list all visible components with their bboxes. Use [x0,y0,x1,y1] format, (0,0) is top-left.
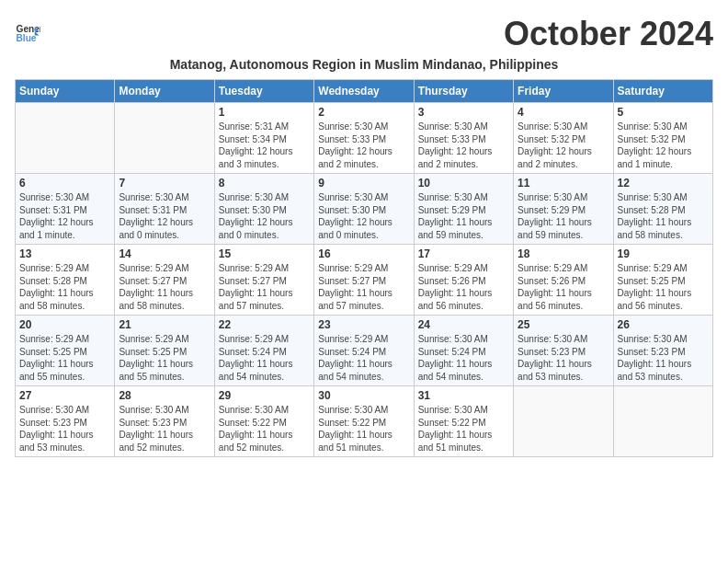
calendar-cell: 13Sunrise: 5:29 AM Sunset: 5:28 PM Dayli… [16,245,115,316]
day-number: 3 [418,106,509,119]
svg-text:Blue: Blue [17,33,37,43]
day-number: 11 [518,177,609,190]
day-content: Sunrise: 5:30 AM Sunset: 5:32 PM Dayligh… [618,121,709,170]
day-number: 13 [19,247,110,260]
subtitle: Matanog, Autonomous Region in Muslim Min… [15,57,713,72]
calendar-cell: 14Sunrise: 5:29 AM Sunset: 5:27 PM Dayli… [115,245,214,316]
day-content: Sunrise: 5:29 AM Sunset: 5:27 PM Dayligh… [119,262,210,312]
logo: General Blue [15,21,40,47]
day-number: 29 [219,389,310,402]
day-content: Sunrise: 5:29 AM Sunset: 5:24 PM Dayligh… [318,333,409,383]
day-number: 21 [119,318,210,331]
calendar-cell: 26Sunrise: 5:30 AM Sunset: 5:23 PM Dayli… [613,316,712,386]
day-content: Sunrise: 5:30 AM Sunset: 5:33 PM Dayligh… [418,121,509,170]
calendar-cell: 28Sunrise: 5:30 AM Sunset: 5:23 PM Dayli… [115,386,214,457]
calendar-week-row: 20Sunrise: 5:29 AM Sunset: 5:25 PM Dayli… [16,316,713,386]
day-content: Sunrise: 5:30 AM Sunset: 5:29 PM Dayligh… [518,191,609,241]
day-content: Sunrise: 5:30 AM Sunset: 5:28 PM Dayligh… [618,191,709,241]
day-header-saturday: Saturday [613,80,712,103]
calendar-cell: 23Sunrise: 5:29 AM Sunset: 5:24 PM Dayli… [314,316,414,386]
day-number: 18 [518,247,609,260]
day-content: Sunrise: 5:29 AM Sunset: 5:24 PM Dayligh… [219,333,310,383]
day-content: Sunrise: 5:30 AM Sunset: 5:32 PM Dayligh… [518,121,609,170]
day-content: Sunrise: 5:30 AM Sunset: 5:22 PM Dayligh… [219,404,310,454]
calendar-header-row: SundayMondayTuesdayWednesdayThursdayFrid… [16,80,713,103]
day-number: 14 [119,247,210,260]
calendar-week-row: 1Sunrise: 5:31 AM Sunset: 5:34 PM Daylig… [16,103,713,174]
day-content: Sunrise: 5:30 AM Sunset: 5:33 PM Dayligh… [318,121,409,170]
day-content: Sunrise: 5:30 AM Sunset: 5:31 PM Dayligh… [119,191,210,241]
calendar-cell: 10Sunrise: 5:30 AM Sunset: 5:29 PM Dayli… [414,174,513,245]
calendar-cell [613,386,712,457]
day-number: 23 [318,318,409,331]
day-content: Sunrise: 5:30 AM Sunset: 5:22 PM Dayligh… [418,404,509,454]
day-content: Sunrise: 5:30 AM Sunset: 5:23 PM Dayligh… [119,404,210,454]
day-number: 30 [318,389,409,402]
calendar-cell: 1Sunrise: 5:31 AM Sunset: 5:34 PM Daylig… [214,103,313,174]
day-header-wednesday: Wednesday [314,80,414,103]
day-header-friday: Friday [514,80,613,103]
day-number: 1 [219,106,310,119]
calendar-cell: 22Sunrise: 5:29 AM Sunset: 5:24 PM Dayli… [214,316,313,386]
calendar-cell: 29Sunrise: 5:30 AM Sunset: 5:22 PM Dayli… [214,386,313,457]
calendar-cell: 7Sunrise: 5:30 AM Sunset: 5:31 PM Daylig… [115,174,214,245]
day-content: Sunrise: 5:30 AM Sunset: 5:31 PM Dayligh… [19,191,110,241]
calendar-cell: 12Sunrise: 5:30 AM Sunset: 5:28 PM Dayli… [613,174,712,245]
day-number: 4 [518,106,609,119]
calendar-cell: 9Sunrise: 5:30 AM Sunset: 5:30 PM Daylig… [314,174,414,245]
day-content: Sunrise: 5:29 AM Sunset: 5:26 PM Dayligh… [418,262,509,312]
calendar-cell: 19Sunrise: 5:29 AM Sunset: 5:25 PM Dayli… [613,245,712,316]
day-header-monday: Monday [115,80,214,103]
calendar-cell: 25Sunrise: 5:30 AM Sunset: 5:23 PM Dayli… [514,316,613,386]
day-content: Sunrise: 5:30 AM Sunset: 5:23 PM Dayligh… [19,404,110,454]
day-number: 8 [219,177,310,190]
calendar-cell: 15Sunrise: 5:29 AM Sunset: 5:27 PM Dayli… [214,245,313,316]
calendar-cell [514,386,613,457]
day-number: 15 [219,247,310,260]
calendar-cell: 3Sunrise: 5:30 AM Sunset: 5:33 PM Daylig… [414,103,513,174]
day-number: 6 [19,177,110,190]
calendar-cell: 5Sunrise: 5:30 AM Sunset: 5:32 PM Daylig… [613,103,712,174]
calendar-cell: 21Sunrise: 5:29 AM Sunset: 5:25 PM Dayli… [115,316,214,386]
calendar-cell: 16Sunrise: 5:29 AM Sunset: 5:27 PM Dayli… [314,245,414,316]
day-header-thursday: Thursday [414,80,513,103]
day-number: 7 [119,177,210,190]
day-number: 9 [318,177,409,190]
day-content: Sunrise: 5:29 AM Sunset: 5:25 PM Dayligh… [119,333,210,383]
logo-icon: General Blue [15,21,40,47]
page-header: General Blue October 2024 [15,15,713,53]
day-number: 10 [418,177,509,190]
calendar-table: SundayMondayTuesdayWednesdayThursdayFrid… [15,79,713,457]
calendar-cell: 31Sunrise: 5:30 AM Sunset: 5:22 PM Dayli… [414,386,513,457]
day-content: Sunrise: 5:29 AM Sunset: 5:26 PM Dayligh… [518,262,609,312]
day-number: 24 [418,318,509,331]
calendar-cell: 20Sunrise: 5:29 AM Sunset: 5:25 PM Dayli… [16,316,115,386]
day-content: Sunrise: 5:29 AM Sunset: 5:28 PM Dayligh… [19,262,110,312]
day-content: Sunrise: 5:30 AM Sunset: 5:29 PM Dayligh… [418,191,509,241]
calendar-cell: 6Sunrise: 5:30 AM Sunset: 5:31 PM Daylig… [16,174,115,245]
day-number: 17 [418,247,509,260]
month-title: October 2024 [504,15,713,53]
day-content: Sunrise: 5:29 AM Sunset: 5:25 PM Dayligh… [19,333,110,383]
day-header-tuesday: Tuesday [214,80,313,103]
calendar-cell: 11Sunrise: 5:30 AM Sunset: 5:29 PM Dayli… [514,174,613,245]
day-content: Sunrise: 5:30 AM Sunset: 5:22 PM Dayligh… [318,404,409,454]
day-number: 22 [219,318,310,331]
day-number: 16 [318,247,409,260]
calendar-cell [115,103,214,174]
day-content: Sunrise: 5:30 AM Sunset: 5:30 PM Dayligh… [318,191,409,241]
calendar-cell: 8Sunrise: 5:30 AM Sunset: 5:30 PM Daylig… [214,174,313,245]
day-content: Sunrise: 5:30 AM Sunset: 5:23 PM Dayligh… [518,333,609,383]
day-content: Sunrise: 5:29 AM Sunset: 5:25 PM Dayligh… [618,262,709,312]
day-number: 5 [618,106,709,119]
day-number: 27 [19,389,110,402]
calendar-cell: 2Sunrise: 5:30 AM Sunset: 5:33 PM Daylig… [314,103,414,174]
calendar-cell: 4Sunrise: 5:30 AM Sunset: 5:32 PM Daylig… [514,103,613,174]
day-number: 31 [418,389,509,402]
calendar-cell: 27Sunrise: 5:30 AM Sunset: 5:23 PM Dayli… [16,386,115,457]
calendar-week-row: 6Sunrise: 5:30 AM Sunset: 5:31 PM Daylig… [16,174,713,245]
calendar-cell: 30Sunrise: 5:30 AM Sunset: 5:22 PM Dayli… [314,386,414,457]
calendar-week-row: 27Sunrise: 5:30 AM Sunset: 5:23 PM Dayli… [16,386,713,457]
day-number: 28 [119,389,210,402]
day-number: 2 [318,106,409,119]
